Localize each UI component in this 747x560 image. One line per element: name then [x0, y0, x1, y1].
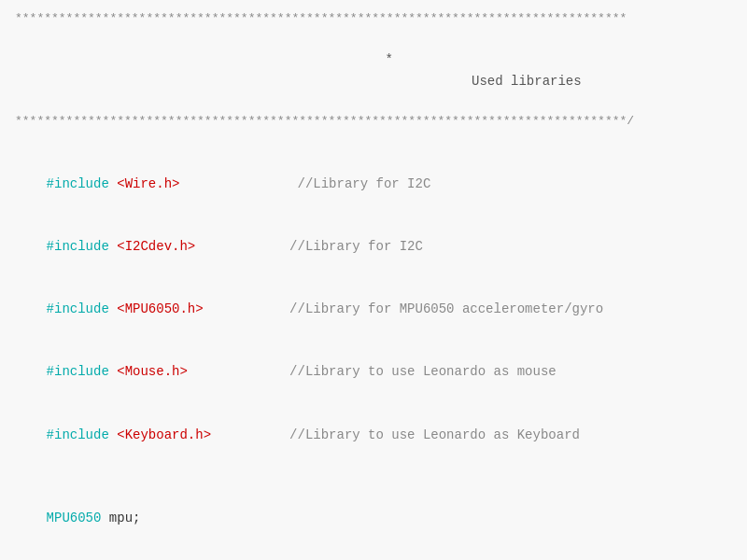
blank-line-2 [15, 466, 732, 486]
include-keyboard: #include <Keyboard.h> //Library to use L… [15, 403, 732, 466]
mpu-type: MPU6050 [47, 511, 102, 525]
include-wire: #include <Wire.h> //Library for I2C [15, 153, 732, 216]
separator-bottom: ****************************************… [15, 112, 732, 132]
blank-line-3 [15, 550, 732, 560]
mpu-declaration: MPU6050 mpu; [15, 487, 732, 550]
title-line: * Used libraries [15, 29, 732, 113]
comment-mouse: //Library to use Leonardo as mouse [289, 364, 557, 379]
lib-mouse: <Mouse.h> [117, 364, 188, 379]
include-directive-5: #include [47, 427, 109, 442]
star-symbol: * [386, 52, 393, 67]
comment-i2cdev: //Library for I2C [289, 239, 423, 254]
include-mouse: #include <Mouse.h> //Library to use Leon… [15, 341, 732, 403]
code-block: ****************************************… [15, 9, 732, 560]
include-directive-2: #include [47, 239, 109, 254]
include-directive-3: #include [47, 301, 109, 316]
comment-mpu6050: //Library for MPU6050 accelerometer/gyro [289, 301, 603, 316]
include-directive-4: #include [47, 364, 109, 379]
lib-mpu6050: <MPU6050.h> [117, 301, 203, 316]
section-title-text: Used libraries [472, 74, 582, 89]
lib-i2cdev: <I2Cdev.h> [117, 239, 195, 254]
lib-wire: <Wire.h> [117, 176, 179, 191]
include-i2cdev: #include <I2Cdev.h> //Library for I2C [15, 216, 732, 278]
include-directive-1: #include [47, 176, 109, 191]
lib-keyboard: <Keyboard.h> [117, 427, 211, 442]
comment-keyboard: //Library to use Leonardo as Keyboard [289, 427, 580, 442]
blank-line-1 [15, 132, 732, 152]
separator-top: ****************************************… [15, 9, 732, 29]
mpu-var: mpu; [109, 511, 141, 525]
comment-wire: //Library for I2C [297, 176, 430, 191]
include-mpu6050: #include <MPU6050.h> //Library for MPU60… [15, 278, 732, 341]
